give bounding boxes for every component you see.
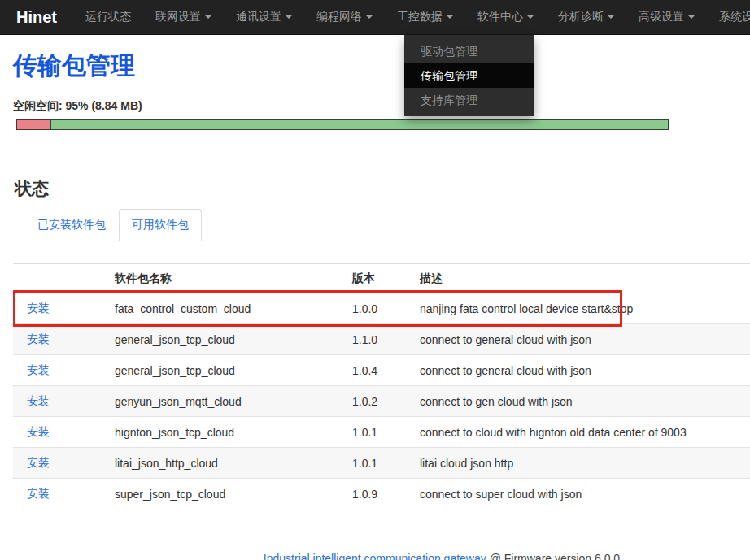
nav-item-advanced-settings[interactable]: 高级设置: [626, 0, 707, 34]
nav-item-programming-network[interactable]: 编程网络: [304, 0, 385, 34]
footer-firmware-text: @ Firmware version 6.0.0: [490, 552, 620, 560]
chevron-down-icon: [366, 15, 373, 19]
package-name: genyun_json_mqtt_cloud: [108, 386, 346, 417]
table-row: 安装 hignton_json_tcp_cloud 1.0.1 connect …: [13, 417, 750, 448]
install-link[interactable]: 安装: [27, 487, 50, 500]
package-version: 1.0.0: [346, 293, 413, 324]
package-name: general_json_tcp_cloud: [108, 324, 346, 355]
table-row: 安装 super_json_tcp_cloud 1.0.9 connect to…: [13, 479, 750, 510]
nav-item-software-center[interactable]: 软件中心: [465, 0, 546, 34]
table-row: 安装 fata_control_custom_cloud 1.0.0 nanji…: [13, 293, 750, 324]
nav-item-industrial-data[interactable]: 工控数据: [385, 0, 465, 34]
table-row: 安装 general_json_tcp_cloud 1.0.4 connect …: [13, 355, 750, 386]
install-link[interactable]: 安装: [27, 425, 50, 438]
free-space-label: 空闲空间: 95% (8.84 MB): [13, 99, 750, 114]
chevron-down-icon: [205, 15, 211, 19]
col-header-action: [13, 264, 108, 293]
nav-item-label: 系统设置: [719, 10, 750, 24]
storage-progress-bar: [16, 119, 669, 130]
nav-item-run-status[interactable]: 运行状态: [73, 0, 143, 34]
package-description: connect to super cloud with json: [413, 479, 750, 510]
col-header-version: 版本: [346, 264, 413, 293]
package-name: general_json_tcp_cloud: [108, 355, 346, 386]
package-version: 1.1.0: [346, 324, 413, 355]
top-navbar: Hinet 运行状态 联网设置 通讯设置 编程网络 工控数据 软件中心 分析诊断…: [0, 0, 750, 35]
table-row: 安装 genyun_json_mqtt_cloud 1.0.2 connect …: [13, 386, 750, 417]
package-description: connect to gen cloud with json: [413, 386, 750, 417]
progress-used-segment: [16, 119, 50, 130]
package-version: 1.0.4: [346, 355, 413, 386]
nav-menu: 运行状态 联网设置 通讯设置 编程网络 工控数据 软件中心 分析诊断 高级设置 …: [73, 0, 750, 34]
install-link[interactable]: 安装: [27, 394, 50, 407]
packages-table: 软件包名称 版本 描述 安装 fata_control_custom_cloud…: [13, 263, 750, 510]
nav-item-label: 通讯设置: [236, 10, 281, 24]
install-link[interactable]: 安装: [27, 302, 50, 315]
chevron-down-icon: [447, 15, 453, 19]
package-version: 1.0.1: [346, 417, 413, 448]
package-version: 1.0.1: [346, 448, 413, 479]
col-header-description: 描述: [413, 264, 750, 293]
nav-item-label: 高级设置: [639, 10, 684, 24]
package-name: litai_json_http_cloud: [108, 448, 346, 479]
nav-item-comm-settings[interactable]: 通讯设置: [224, 0, 304, 34]
nav-item-label: 运行状态: [85, 10, 131, 24]
tab-installed-packages[interactable]: 已安装软件包: [24, 209, 119, 241]
package-version: 1.0.9: [346, 479, 413, 510]
table-row: 安装 litai_json_http_cloud 1.0.1 litai clo…: [13, 448, 750, 479]
package-name: fata_control_custom_cloud: [108, 293, 346, 324]
chevron-down-icon: [527, 15, 534, 19]
footer: Industrial intelligent communication gat…: [73, 552, 750, 560]
package-description: connect to general cloud with json: [413, 355, 750, 386]
chevron-down-icon: [608, 15, 614, 19]
progress-free-segment: [50, 119, 669, 130]
main-content: 传输包管理 空闲空间: 95% (8.84 MB) 状态 已安装软件包 可用软件…: [0, 35, 750, 560]
package-description: nanjing fata control local device start&…: [413, 293, 750, 324]
package-tabs: 已安装软件包 可用软件包: [13, 209, 750, 241]
dropdown-item-transfer-package[interactable]: 传输包管理: [404, 63, 534, 88]
package-name: hignton_json_tcp_cloud: [108, 417, 346, 448]
nav-item-label: 编程网络: [316, 10, 362, 24]
nav-item-label: 分析诊断: [558, 10, 604, 24]
package-description: litai cloud json http: [413, 448, 750, 479]
table-row: 安装 general_json_tcp_cloud 1.1.0 connect …: [13, 324, 750, 355]
chevron-down-icon: [688, 15, 695, 19]
nav-item-system-settings[interactable]: 系统设置: [707, 0, 750, 34]
nav-item-label: 联网设置: [155, 10, 201, 24]
install-link[interactable]: 安装: [27, 456, 50, 469]
nav-item-network-settings[interactable]: 联网设置: [143, 0, 224, 34]
install-link[interactable]: 安装: [27, 363, 50, 376]
status-heading: 状态: [15, 177, 750, 200]
chevron-down-icon: [286, 15, 292, 19]
nav-item-analysis-diagnosis[interactable]: 分析诊断: [546, 0, 626, 34]
package-name: super_json_tcp_cloud: [108, 479, 346, 510]
package-description: connect to general cloud with json: [413, 324, 750, 355]
dropdown-item-driver-package[interactable]: 驱动包管理: [404, 39, 534, 63]
tab-available-packages[interactable]: 可用软件包: [119, 209, 202, 241]
packages-table-wrap: 软件包名称 版本 描述 安装 fata_control_custom_cloud…: [13, 263, 750, 510]
package-description: connect to cloud with hignton old data c…: [413, 417, 750, 448]
nav-item-label: 软件中心: [477, 10, 523, 24]
install-link[interactable]: 安装: [27, 332, 50, 345]
software-center-dropdown: 驱动包管理 传输包管理 支持库管理: [404, 35, 534, 116]
col-header-name: 软件包名称: [108, 264, 346, 293]
footer-gateway-link[interactable]: Industrial intelligent communication gat…: [264, 552, 486, 560]
dropdown-item-support-library[interactable]: 支持库管理: [404, 88, 534, 112]
package-version: 1.0.2: [346, 386, 413, 417]
brand-logo[interactable]: Hinet: [0, 0, 73, 34]
page-title: 传输包管理: [13, 50, 750, 83]
nav-item-label: 工控数据: [397, 10, 443, 24]
table-header-row: 软件包名称 版本 描述: [13, 264, 750, 293]
